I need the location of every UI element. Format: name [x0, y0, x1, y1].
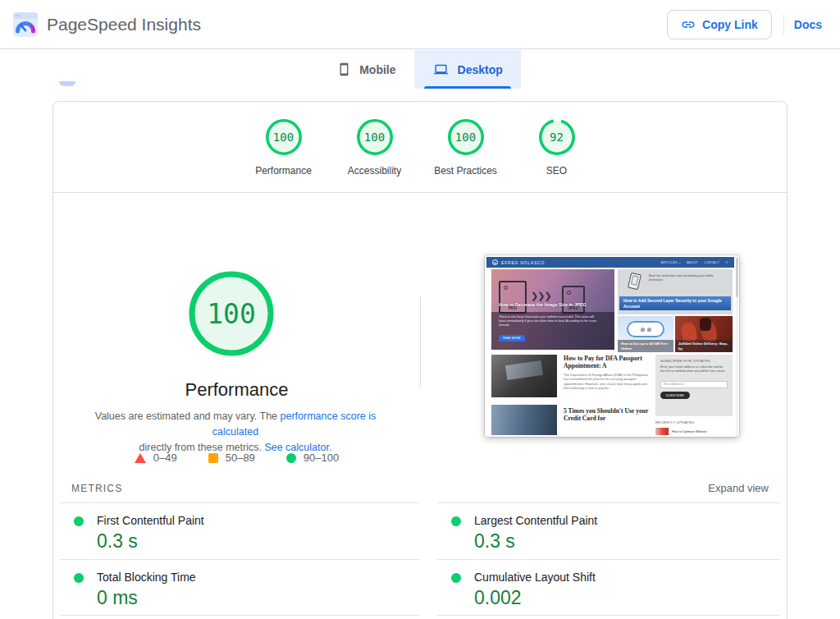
- clipped-gauge-remnant: [59, 81, 75, 86]
- legend-average: 50–89: [208, 452, 255, 464]
- metric-value: 0 ms: [97, 587, 419, 609]
- pass-dot-icon: [74, 573, 84, 583]
- featured-tile-overlay: There is one factor that make your websi…: [491, 312, 614, 350]
- preview-scrollbar-thumb: [736, 258, 738, 297]
- vertical-divider: [420, 296, 421, 387]
- performance-gauge-title: Performance: [53, 379, 420, 401]
- score-label: Accessibility: [348, 165, 401, 177]
- metric-value: 0.3 s: [97, 530, 419, 553]
- preview-featured-tile: PEG ❯❯❯ JPEG How to Decrease the Image S…: [491, 269, 614, 350]
- pass-dot-icon: [451, 516, 461, 526]
- preview-nav-articles: ARTICLES ⌄: [661, 261, 682, 264]
- copy-link-button[interactable]: Copy Link: [667, 10, 772, 39]
- score-performance[interactable]: 100 Performance: [243, 118, 325, 177]
- peg-file-icon: PEG: [499, 281, 527, 314]
- docs-link[interactable]: Docs: [794, 18, 822, 31]
- preview-site-nav: ARTICLES ⌄ ABOUT CONTACT ⌕: [661, 259, 728, 265]
- pass-dot-icon: [74, 516, 84, 526]
- page-title: PageSpeed Insights: [47, 15, 201, 34]
- metric-largest-contentful-paint: Largest Contentful Paint 0.3 s: [437, 502, 780, 559]
- preview-scrollbar: [736, 256, 738, 436]
- score-best-practices[interactable]: 100 Best Practices: [425, 118, 507, 177]
- performance-score-value: 100: [189, 271, 274, 356]
- device-tabs: Mobile Desktop: [0, 50, 840, 89]
- score-gauge: 92: [538, 118, 576, 156]
- metric-cumulative-layout-shift: Cumulative Layout Shift 0.002: [437, 559, 780, 616]
- preview-site-name: EFREN NOLASCO: [501, 260, 545, 265]
- article2-thumbnail: [491, 405, 557, 435]
- score-value: 100: [356, 118, 394, 156]
- score-accessibility[interactable]: 100 Accessibility: [334, 118, 416, 177]
- score-seo[interactable]: 92 SEO: [516, 118, 598, 177]
- preview-nav-contact: CONTACT: [704, 261, 719, 264]
- cloud-tile-title: How to Get up to 42 GB Free Online: [618, 340, 673, 352]
- preview-subscribe-box: SUBSCRIBE FOR UPDATES Enter your email a…: [655, 355, 733, 416]
- metric-name: Largest Contentful Paint: [474, 514, 780, 527]
- security-tile-note: Enter the verification code provided by …: [649, 274, 724, 282]
- score-label: Best Practices: [434, 165, 497, 177]
- recent-item-thumbnail: [655, 428, 669, 435]
- security-tile-title: How to Add Second Layer Security to your…: [619, 296, 731, 310]
- article1-thumbnail: [491, 355, 557, 397]
- metrics-heading: METRICS: [71, 483, 122, 494]
- link-icon: [681, 17, 696, 32]
- metrics-grid: First Contentful Paint 0.3 s Largest Con…: [60, 502, 780, 616]
- arrows-icon: ❯❯❯: [531, 291, 551, 301]
- tab-mobile[interactable]: Mobile: [319, 50, 413, 89]
- metric-name: Cumulative Layout Shift: [474, 571, 780, 584]
- preview-jollibee-tile: Jollibee Online Delivery: Step-by: [675, 316, 733, 352]
- app-header: PageSpeed Insights Copy Link Docs: [0, 0, 840, 49]
- legend-pass-label: 90–100: [304, 452, 339, 464]
- tab-mobile-label: Mobile: [359, 63, 395, 76]
- score-legend: 0–49 50–89 90–100: [53, 452, 420, 464]
- search-icon: ⌕: [725, 259, 728, 265]
- pass-circle-icon: [286, 453, 296, 463]
- legend-average-label: 50–89: [226, 452, 255, 464]
- report-card: 100 Performance 100 Accessibility 100 Be…: [52, 101, 788, 619]
- cloud-icon: [627, 321, 664, 337]
- score-gauge: 100: [265, 118, 303, 156]
- score-label: Performance: [255, 165, 312, 177]
- score-value: 100: [265, 118, 303, 156]
- jollibee-tile-title: Jollibee Online Delivery: Step-by: [675, 340, 733, 352]
- preview-nav-about: ABOUT: [687, 261, 698, 264]
- recently-updated-heading: RECENTLY UPDATED: [655, 420, 695, 424]
- metric-value: 0.3 s: [474, 530, 780, 553]
- email-field[interactable]: [660, 381, 728, 388]
- read-more-button: READ MORE: [499, 335, 525, 342]
- header-divider: [783, 14, 784, 35]
- subscribe-heading: SUBSCRIBE FOR UPDATES: [660, 359, 728, 363]
- subscribe-button[interactable]: SUBSCRIBE: [660, 392, 690, 399]
- tab-desktop-label: Desktop: [458, 63, 503, 76]
- performance-gauge-section: 100 Performance Values are estimated and…: [53, 192, 420, 481]
- performance-gauge: 100: [189, 271, 274, 356]
- average-square-icon: [208, 453, 218, 463]
- desc-text-1: Values are estimated and may vary. The: [95, 410, 281, 422]
- metric-name: First Contentful Paint: [97, 514, 419, 527]
- preview-cloud-tile: How to Get up to 42 GB Free Online: [618, 316, 673, 352]
- copy-link-label: Copy Link: [702, 18, 758, 31]
- score-summary-row: 100 Performance 100 Accessibility 100 Be…: [53, 118, 787, 177]
- featured-tile-body: There is one factor that make your websi…: [499, 315, 601, 328]
- tab-desktop[interactable]: Desktop: [414, 50, 521, 89]
- gauge-description: Values are estimated and may vary. The p…: [75, 409, 395, 456]
- score-gauge: 100: [356, 118, 394, 156]
- metrics-bar: METRICS Expand view: [53, 479, 787, 501]
- active-tab-underline: [424, 86, 511, 89]
- score-value: 92: [538, 118, 576, 156]
- jpeg-file-icon: JPEG: [562, 286, 585, 314]
- featured-tile-title: How to Decrease the Image Size in JPEG: [499, 302, 605, 307]
- expand-view-link[interactable]: Expand view: [708, 482, 769, 494]
- smartphone-icon: [337, 62, 351, 76]
- score-gauge: 100: [447, 118, 485, 156]
- pagespeed-logo-icon[interactable]: [12, 11, 39, 38]
- preview-site-header: e EFREN NOLASCO ARTICLES ⌄ ABOUT CONTACT…: [486, 257, 734, 268]
- legend-pass: 90–100: [286, 452, 339, 464]
- phone-sketch-icon: [628, 273, 641, 291]
- score-label: SEO: [546, 165, 567, 177]
- preview-security-tile: Enter the verification code provided by …: [618, 269, 733, 314]
- article1-title: How to Pay for DFA Passport Appointment:…: [564, 355, 651, 370]
- legend-fail-label: 0–49: [153, 452, 177, 464]
- site-screenshot-preview[interactable]: e EFREN NOLASCO ARTICLES ⌄ ABOUT CONTACT…: [485, 255, 739, 437]
- preview-site-logo: e: [492, 259, 498, 265]
